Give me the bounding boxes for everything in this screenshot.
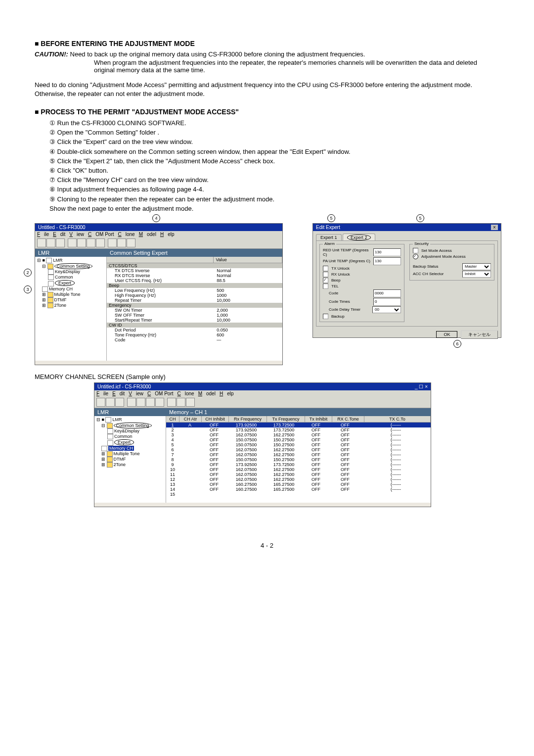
tree-item-lmr[interactable]: ⊟ ■ LMR xyxy=(37,258,104,263)
screenshot-cloning-software: Untitled - CS-FR3000 FileEditViewCOM Por… xyxy=(35,223,283,365)
code-input[interactable] xyxy=(373,289,401,297)
group-alarm: Alarm RED Unit TEMP (Degrees C) PA Unit … xyxy=(319,244,404,322)
step-item: ② Open the "Common Setting" folder . xyxy=(49,128,499,137)
callout-3: 3 xyxy=(24,285,32,293)
tree-view-mem[interactable]: ⊟ ■ LMR⊟ Common SettingKey&DisplayCommon… xyxy=(94,416,166,503)
menubar[interactable]: FileEditViewCOM PortCloneModelHelp xyxy=(35,231,282,237)
tree-item-multiple-tone[interactable]: ⊞ Multiple Tone xyxy=(96,451,164,457)
memory-row[interactable]: 12OFF162.07500162.27500OFFOFF(------ xyxy=(166,477,431,482)
menu-view[interactable]: View xyxy=(129,391,143,396)
menu-view[interactable]: View xyxy=(69,232,84,237)
banner-bar: LMR Common Setting Expert xyxy=(35,249,282,257)
close-icon[interactable]: × xyxy=(491,225,498,230)
tree-item-2tone[interactable]: ⊞ 2Tone xyxy=(96,462,164,468)
memory-row[interactable]: 3OFF162.07500162.27500OFFOFF(------ xyxy=(166,432,431,437)
tree-item-expert[interactable]: Expert xyxy=(96,439,164,445)
tab-strip[interactable]: Expert 1 Expert 2 xyxy=(313,231,501,240)
tree-item-common[interactable]: Common xyxy=(96,434,164,439)
menu-help[interactable]: Help xyxy=(220,391,234,396)
memory-row[interactable]: 4OFF150.07500150.27500OFFOFF(------ xyxy=(166,437,431,442)
tree-item-memory-ch[interactable]: Memory CH xyxy=(96,446,164,451)
memory-row[interactable]: 15 xyxy=(166,492,431,497)
step-item: ④ Double-click somewhere on the Common s… xyxy=(49,147,499,156)
memory-row[interactable]: 5OFF150.07500150.27500OFFOFF(------ xyxy=(166,442,431,447)
menu-model[interactable]: Model xyxy=(198,391,216,396)
steps-list: ① Run the CS-FR3000 CLONING SOFTWARE.② O… xyxy=(35,119,499,213)
beep-checkbox[interactable] xyxy=(323,278,328,283)
window-titlebar-mem: Untitled.icf - CS-FR3000 _ ☐ × xyxy=(94,383,431,390)
tree-item-key-display[interactable]: Key&Display xyxy=(96,428,164,434)
step-item: ⑨ Cloning to the repeater then the repea… xyxy=(49,195,499,204)
memory-row[interactable]: 14OFF160.27500165.27500OFFOFF(------ xyxy=(166,487,431,492)
tx-unlock-checkbox[interactable] xyxy=(323,266,328,271)
settings-grid[interactable]: Value CTCSS/DTCSTX DTCS InverseNormalRX … xyxy=(107,257,282,361)
toolbar[interactable] xyxy=(35,237,282,249)
menu-help[interactable]: Help xyxy=(160,232,175,237)
memory-screen-caption: MEMORY CHANNEL SCREEN (Sample only) xyxy=(35,373,499,380)
tree-item-2tone[interactable]: ⊞ 2Tone xyxy=(37,303,104,308)
section-heading-1: BEFORE ENTERING THE ADJUSTMENT MODE xyxy=(35,40,499,47)
menu-com-port[interactable]: COM Port xyxy=(88,232,114,237)
memory-channel-grid[interactable]: CHCH AtrCH InhibitRx FrequencyTx Frequen… xyxy=(166,416,431,503)
tree-item-common-setting[interactable]: ⊟ Common Setting xyxy=(37,263,104,269)
tree-item-expert[interactable]: Expert xyxy=(37,280,104,286)
menu-clone[interactable]: Clone xyxy=(178,391,194,396)
memory-row[interactable]: 2OFF173.92500173.72500OFFOFF(------ xyxy=(166,427,431,432)
memory-row[interactable]: 8OFF150.07500150.27500OFFOFF(------ xyxy=(166,457,431,462)
memory-row[interactable]: 11OFF162.07500162.27500OFFOFF(------ xyxy=(166,472,431,477)
tree-item-dtmf[interactable]: ⊞ DTMF xyxy=(37,297,104,303)
dialog-button-row: OK キャンセル xyxy=(313,330,501,340)
tel-checkbox[interactable] xyxy=(323,284,328,289)
pa-temp-input[interactable] xyxy=(373,257,401,265)
tree-item-key-display[interactable]: Key&Display xyxy=(37,269,104,275)
caution-text-1: Need to back up the original memory data… xyxy=(70,50,365,58)
memory-row[interactable]: 13OFF160.27500165.27500OFFOFF(------ xyxy=(166,482,431,487)
banner-bar-mem: LMR Memory – CH 1 xyxy=(94,408,431,416)
red-temp-input[interactable] xyxy=(373,248,401,256)
set-mode-access-checkbox[interactable] xyxy=(413,248,418,253)
tree-view[interactable]: ⊟ ■ LMR⊟ Common SettingKey&DisplayCommon… xyxy=(35,257,107,361)
callout-2: 2 xyxy=(24,269,32,277)
tree-item-lmr[interactable]: ⊟ ■ LMR xyxy=(96,417,164,423)
adjustment-mode-access-checkbox[interactable] xyxy=(413,254,418,259)
menu-model[interactable]: Model xyxy=(139,232,156,237)
cancel-button[interactable]: キャンセル xyxy=(461,331,498,339)
rx-unlock-checkbox[interactable] xyxy=(323,272,328,277)
menu-file[interactable]: File xyxy=(37,232,49,237)
ok-button[interactable]: OK xyxy=(436,331,457,338)
step-item: Show the next page to enter the adjustme… xyxy=(49,204,499,213)
tab-expert-1[interactable]: Expert 1 xyxy=(316,234,342,240)
step-item: ⑦ Click the "Memory CH" card on the tree… xyxy=(49,176,499,185)
menubar-mem[interactable]: FileEditViewCOM PortCloneModelHelp xyxy=(94,390,431,397)
toolbar-mem[interactable] xyxy=(94,397,431,408)
memory-row[interactable]: 9OFF173.92500173.72500OFFOFF(------ xyxy=(166,462,431,467)
memory-row[interactable]: 7OFF162.07500162.27500OFFOFF(------ xyxy=(166,452,431,457)
menu-clone[interactable]: Clone xyxy=(118,232,135,237)
code-times-input[interactable] xyxy=(373,298,401,306)
window-controls[interactable]: _ ☐ × xyxy=(415,384,428,389)
tree-item-multiple-tone[interactable]: ⊞ Multiple Tone xyxy=(37,292,104,297)
section-heading-2: PROCESS TO THE PERMIT "ADJUSTMENT MODE A… xyxy=(35,108,499,116)
menu-com-port[interactable]: COM Port xyxy=(147,391,173,396)
tree-item-memory-ch[interactable]: Memory CH xyxy=(37,286,104,292)
step-item: ① Run the CS-FR3000 CLONING SOFTWARE. xyxy=(49,119,499,128)
backup-status-select[interactable]: Master xyxy=(462,263,491,270)
memory-row[interactable]: 6OFF162.07500162.27500OFFOFF(------ xyxy=(166,447,431,452)
menu-edit[interactable]: Edit xyxy=(53,232,65,237)
tree-item-common-setting[interactable]: ⊟ Common Setting xyxy=(96,423,164,428)
menu-file[interactable]: File xyxy=(96,391,108,396)
callout-5b: 5 xyxy=(416,214,424,222)
step-item: ⑤ Click the "Expert 2" tab, then click t… xyxy=(49,157,499,166)
memory-row[interactable]: 10OFF162.07500162.27500OFFOFF(------ xyxy=(166,467,431,472)
callout-4: 4 xyxy=(152,214,160,222)
tree-item-dtmf[interactable]: ⊞ DTMF xyxy=(96,457,164,462)
menu-edit[interactable]: Edit xyxy=(112,391,125,396)
tree-item-common[interactable]: Common xyxy=(37,275,104,280)
tab-expert-2[interactable]: Expert 2 xyxy=(343,234,375,241)
backup-checkbox[interactable] xyxy=(323,314,328,319)
step-item: ⑥ Click "OK" button. xyxy=(49,166,499,175)
memory-row[interactable]: 1AOFF173.92500173.72500OFFOFF(------ xyxy=(166,423,431,427)
acc-ch-select[interactable]: Inhibit xyxy=(462,271,491,278)
callout-5a: 5 xyxy=(327,214,335,222)
code-delay-timer-select[interactable]: 00 xyxy=(372,306,401,313)
